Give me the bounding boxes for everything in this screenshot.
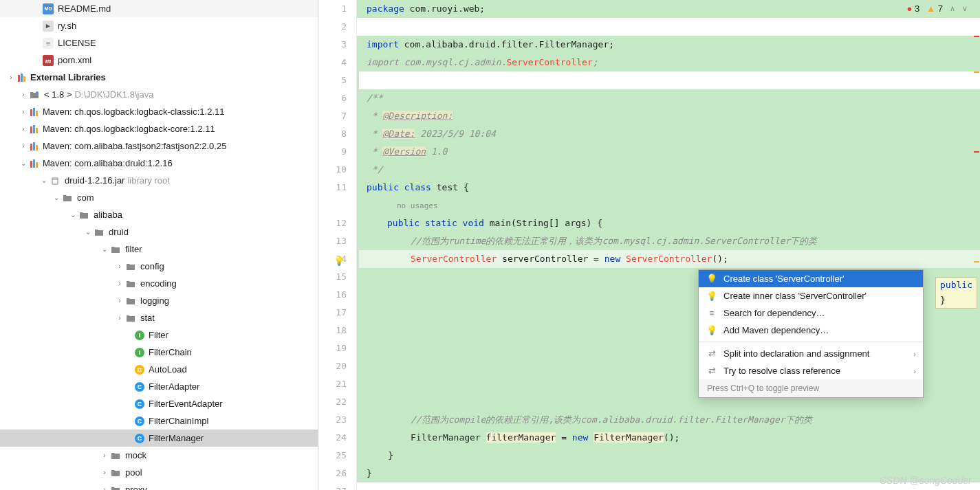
code-line[interactable]: * @Date: 2023/5/9 10:04 xyxy=(357,125,980,143)
tree-item-label: druid xyxy=(109,227,129,237)
code-minimap-hint: public } xyxy=(935,277,977,309)
tree-item-label: Maven: com.alibaba.fastjson2:fastjson2:2… xyxy=(43,141,226,151)
code-line[interactable]: package com.ruoyi.web; xyxy=(357,0,980,18)
code-line[interactable]: * @Version 1.0 xyxy=(357,143,980,161)
tree-item[interactable]: ›logging xyxy=(0,292,318,309)
warning-badge[interactable]: ▲ 7 xyxy=(926,3,943,14)
tree-arrow-icon[interactable]: › xyxy=(114,280,125,287)
tree-item[interactable]: mpom.xml xyxy=(0,52,318,69)
popup-item-label: Split into declaration and assignment xyxy=(723,348,869,359)
tree-item[interactable]: ›config xyxy=(0,258,318,275)
tree-item[interactable]: ⌄druid xyxy=(0,223,318,241)
popup-item-icon: 💡 xyxy=(706,291,718,301)
tree-item[interactable]: ⌄alibaba xyxy=(0,206,318,223)
tree-item[interactable]: ▸ry.sh xyxy=(0,17,318,34)
code-line[interactable] xyxy=(357,18,980,36)
code-line[interactable]: //范围为runtime的依赖无法正常引用，该类为com.mysql.cj.ad… xyxy=(357,232,980,250)
code-line[interactable]: no usages xyxy=(357,197,980,214)
code-line[interactable]: 💡ServerController serverController = new… xyxy=(357,250,980,268)
code-area[interactable]: package com.ruoyi.web;import com.alibaba… xyxy=(357,0,980,490)
tree-item[interactable]: ›< 1.8 >D:\JDK\JDK1.8\java xyxy=(0,86,318,103)
tree-arrow-icon[interactable]: › xyxy=(99,452,110,459)
popup-intention-item[interactable]: 💡Add Maven dependency… xyxy=(699,322,923,339)
tree-item-label: FilterManager xyxy=(149,433,204,443)
tree-arrow-icon[interactable]: › xyxy=(99,469,110,476)
code-line[interactable]: public static void main(String[] args) { xyxy=(357,214,980,232)
tree-item[interactable]: ≡LICENSE xyxy=(0,34,318,52)
tree-item-label: stat xyxy=(140,313,155,323)
tree-item[interactable]: ›pool xyxy=(0,464,318,481)
popup-item-icon: ≡ xyxy=(706,308,718,318)
next-highlight-icon[interactable]: ∨ xyxy=(962,4,968,13)
popup-intention-item[interactable]: 💡Create inner class 'ServerController' xyxy=(699,287,923,304)
tree-arrow-icon[interactable]: ⌄ xyxy=(39,177,50,184)
code-line[interactable]: import com.alibaba.druid.filter.FilterMa… xyxy=(357,36,980,54)
tree-item[interactable]: IFilter xyxy=(0,326,318,344)
popup-intention-item[interactable]: ⇄Split into declaration and assignment› xyxy=(699,345,923,362)
tree-item-label: com xyxy=(77,192,94,203)
tree-arrow-icon[interactable]: ⌄ xyxy=(51,194,62,201)
tree-arrow-icon[interactable]: › xyxy=(114,314,125,322)
tree-arrow-icon[interactable]: › xyxy=(99,486,110,490)
tree-item[interactable]: CFilterChainImpl xyxy=(0,412,318,430)
tree-item[interactable]: ⌄com xyxy=(0,189,318,206)
code-line[interactable]: public class test { xyxy=(357,179,980,197)
tree-item[interactable]: ›mock xyxy=(0,447,318,464)
tree-item-label: External Libraries xyxy=(30,72,106,82)
popup-intention-item[interactable]: ≡Search for dependency… xyxy=(699,304,923,322)
tree-item[interactable]: CFilterAdapter xyxy=(0,378,318,395)
tree-item[interactable]: ⌄filter xyxy=(0,241,318,258)
tree-item-label: Maven: ch.qos.logback:logback-core:1.2.1… xyxy=(43,124,215,134)
error-stripe-mark[interactable] xyxy=(974,151,979,153)
tree-item[interactable]: ›External Libraries xyxy=(0,69,318,86)
tree-arrow-icon[interactable]: › xyxy=(6,74,17,81)
tree-arrow-icon[interactable]: ⌄ xyxy=(83,228,94,236)
code-line[interactable]: */ xyxy=(357,161,980,179)
intention-bulb-icon[interactable]: 💡 xyxy=(334,252,345,270)
tree-item[interactable]: IFilterChain xyxy=(0,344,318,361)
tree-item[interactable]: ›encoding xyxy=(0,275,318,292)
tree-item-label: LICENSE xyxy=(58,38,96,48)
popup-item-icon: ⇄ xyxy=(706,366,718,376)
code-line[interactable]: } xyxy=(357,447,980,465)
tree-item[interactable]: CFilterManager xyxy=(0,430,318,447)
tree-arrow-icon[interactable]: ⌄ xyxy=(99,245,110,253)
svg-point-0 xyxy=(36,91,39,94)
tree-arrow-icon[interactable]: › xyxy=(18,108,29,115)
tree-arrow-icon[interactable]: › xyxy=(18,142,29,150)
tree-item[interactable]: ›proxy xyxy=(0,481,318,490)
warn-stripe-mark[interactable] xyxy=(974,71,979,73)
popup-item-icon: 💡 xyxy=(706,274,718,284)
tree-arrow-icon[interactable]: › xyxy=(114,263,125,270)
error-stripe-mark[interactable] xyxy=(974,36,979,37)
tree-arrow-icon[interactable]: ⌄ xyxy=(67,211,78,219)
code-line[interactable]: /** xyxy=(357,89,980,107)
tree-item[interactable]: ›Maven: ch.qos.logback:logback-core:1.2.… xyxy=(0,120,318,137)
project-tree[interactable]: MDREADME.md▸ry.sh≡LICENSEmpom.xml›Extern… xyxy=(0,0,318,490)
tree-item[interactable]: ⌄Maven: com.alibaba:druid:1.2.16 xyxy=(0,155,318,172)
tree-arrow-icon[interactable]: › xyxy=(18,91,29,98)
tree-item[interactable]: ›stat xyxy=(0,309,318,326)
tree-item[interactable]: @AutoLoad xyxy=(0,361,318,378)
tree-item[interactable]: MDREADME.md xyxy=(0,0,318,17)
tree-arrow-icon[interactable]: › xyxy=(114,297,125,304)
error-badge[interactable]: ● 3 xyxy=(907,3,920,14)
intention-actions-popup[interactable]: 💡Create class 'ServerController'💡Create … xyxy=(698,269,924,398)
tree-item[interactable]: ›Maven: ch.qos.logback:logback-classic:1… xyxy=(0,103,318,120)
tree-item[interactable]: ⌄druid-1.2.16.jarlibrary root xyxy=(0,172,318,189)
popup-intention-item[interactable]: 💡Create class 'ServerController' xyxy=(699,270,923,287)
inspection-badges[interactable]: ● 3 ▲ 7 ∧ ∨ xyxy=(907,3,968,14)
popup-intention-item[interactable]: ⇄Try to resolve class reference› xyxy=(699,362,923,379)
code-line[interactable]: * @Description: xyxy=(357,107,980,125)
tree-item-label: config xyxy=(140,261,164,271)
code-line[interactable]: FilterManager filterManager = new Filter… xyxy=(357,429,980,447)
prev-highlight-icon[interactable]: ∧ xyxy=(950,4,955,13)
tree-item[interactable]: CFilterEventAdapter xyxy=(0,395,318,412)
code-line[interactable] xyxy=(357,71,980,89)
code-line[interactable]: //范围为compile的依赖正常引用,该类为com.alibaba.druid… xyxy=(357,411,980,429)
tree-item[interactable]: ›Maven: com.alibaba.fastjson2:fastjson2:… xyxy=(0,137,318,155)
warn-stripe-mark[interactable] xyxy=(974,261,979,263)
code-line[interactable]: import com.mysql.cj.admin.ServerControll… xyxy=(357,54,980,71)
tree-arrow-icon[interactable]: ⌄ xyxy=(18,159,29,167)
tree-arrow-icon[interactable]: › xyxy=(18,125,29,133)
